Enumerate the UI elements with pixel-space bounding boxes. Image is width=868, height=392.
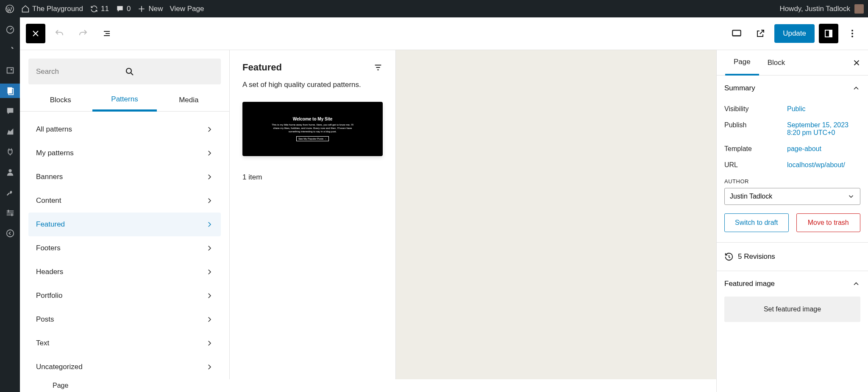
menu-pages[interactable] [0,84,20,98]
menu-posts[interactable] [0,43,20,57]
tab-blocks[interactable]: Blocks [28,89,92,111]
svg-point-17 [851,33,853,34]
svg-point-6 [8,169,11,172]
pattern-card-button: See My Popular Posts → [296,136,329,141]
updates-count: 11 [101,5,109,13]
svg-rect-8 [6,211,14,212]
svg-point-3 [10,69,12,70]
close-sidebar-button[interactable] [852,58,861,67]
search-input[interactable]: Search [28,59,221,84]
cat-banners[interactable]: Banners [28,165,221,189]
pattern-card[interactable]: Welcome to My Site This is my little hom… [242,102,383,156]
cat-footers[interactable]: Footers [28,236,221,260]
cat-my-patterns[interactable]: My patterns [28,141,221,165]
tab-page[interactable]: Page [725,50,759,76]
cat-uncategorized[interactable]: Uncategorized [28,355,221,379]
pattern-card-body: This is my little home away from home. H… [270,123,355,133]
cat-portfolio[interactable]: Portfolio [28,284,221,308]
settings-sidebar: Page Block Summary Visibility Public Pub… [716,50,868,392]
svg-rect-10 [8,210,9,213]
view-button[interactable] [727,24,746,43]
new-label: New [148,5,163,13]
comment-icon [116,5,124,13]
my-account[interactable]: Howdy, Justin Tadlock [779,4,868,14]
wp-logo[interactable] [5,4,14,14]
chevron-right-icon [206,197,213,204]
pattern-count: 1 item [242,173,383,182]
cat-all-patterns[interactable]: All patterns [28,118,221,141]
settings-panel-toggle[interactable] [819,24,838,43]
home-icon [21,5,30,13]
chevron-right-icon [206,126,213,133]
undo-button[interactable] [50,24,69,43]
chevron-right-icon [206,221,213,228]
comments-link[interactable]: 0 [116,5,131,13]
block-breadcrumb[interactable]: Page [40,379,716,392]
redo-button[interactable] [73,24,93,43]
cat-content[interactable]: Content [28,189,221,213]
move-to-trash-button[interactable]: Move to trash [796,213,861,232]
url-link[interactable]: localhost/wp/about/ [787,161,860,169]
publish-link[interactable]: September 15, 2023 8:20 pm UTC+0 [787,121,860,137]
cat-text[interactable]: Text [28,331,221,355]
list-view-button[interactable] [97,24,117,43]
svg-rect-15 [829,30,832,37]
svg-rect-13 [732,30,741,36]
chevron-right-icon [206,339,213,347]
options-button[interactable] [843,24,862,43]
menu-settings[interactable] [0,206,20,220]
chevron-up-icon [852,84,860,92]
author-select[interactable]: Justin Tadlock [724,188,860,205]
new-link[interactable]: New [137,5,163,13]
revisions-link[interactable]: 5 Revisions [717,243,868,271]
tab-patterns[interactable]: Patterns [92,89,156,112]
set-featured-image-button[interactable]: Set featured image [724,297,860,322]
chevron-right-icon [206,292,213,300]
admin-menu [0,17,20,392]
featured-image-toggle[interactable]: Featured image [717,271,868,297]
visibility-link[interactable]: Public [787,105,860,113]
menu-users[interactable] [0,165,20,179]
menu-tools[interactable] [0,185,20,200]
chevron-right-icon [206,316,213,323]
admin-bar: The Playground 11 0 New View Page Howdy,… [0,0,868,17]
updates-link[interactable]: 11 [90,5,109,13]
svg-rect-9 [6,215,14,216]
menu-collapse[interactable] [0,226,20,241]
switch-to-draft-button[interactable]: Switch to draft [724,213,789,232]
chevron-up-icon [852,280,860,288]
site-title: The Playground [32,5,83,13]
editor-canvas[interactable] [396,50,716,392]
chevron-right-icon [206,363,213,371]
tab-media[interactable]: Media [157,89,221,111]
menu-dashboard[interactable] [0,22,20,37]
avatar [854,4,864,14]
inserter-toggle[interactable] [26,24,45,43]
update-button[interactable]: Update [774,24,815,43]
external-link-button[interactable] [751,24,770,43]
svg-point-16 [851,30,853,31]
editor-toolbar: Update [20,17,868,50]
svg-rect-2 [7,68,13,73]
cat-posts[interactable]: Posts [28,308,221,331]
filter-icon[interactable] [373,63,383,72]
site-name-link[interactable]: The Playground [21,5,83,13]
menu-media[interactable] [0,63,20,78]
pattern-card-title: Welcome to My Site [293,117,333,121]
view-page-label: View Page [170,5,204,13]
menu-appearance[interactable] [0,124,20,139]
svg-rect-7 [6,213,14,213]
publish-row: Publish September 15, 2023 8:20 pm UTC+0 [724,117,860,141]
view-page-link[interactable]: View Page [170,5,204,13]
cat-featured[interactable]: Featured [28,213,221,236]
svg-point-19 [126,68,131,73]
menu-plugins[interactable] [0,145,20,159]
sidebar-tabs: Page Block [717,50,868,76]
pattern-categories: All patterns My patterns Banners Content… [20,112,229,392]
template-link[interactable]: page-about [787,145,860,153]
menu-comments[interactable] [0,104,20,118]
tab-block[interactable]: Block [759,50,794,76]
plus-icon [137,5,146,13]
cat-headers[interactable]: Headers [28,260,221,284]
summary-toggle[interactable]: Summary [717,76,868,101]
